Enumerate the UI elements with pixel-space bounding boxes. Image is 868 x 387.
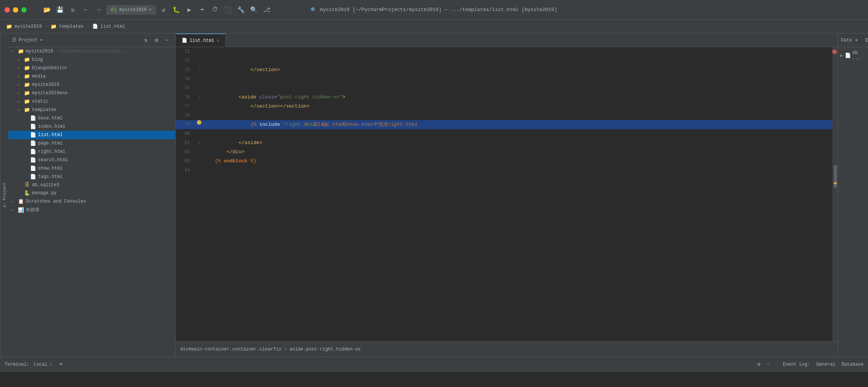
tree-item-manage-py[interactable]: 🐍 manage.py xyxy=(8,189,175,197)
tree-item-list-html[interactable]: 📄 list.html xyxy=(8,131,175,139)
folder-icon: 📁 xyxy=(6,24,12,30)
terminal-tab-label: Local xyxy=(34,362,48,367)
tree-item-mysite2019[interactable]: ▸ 📁 mysite2019 xyxy=(8,81,175,89)
tree-arrow-root: ▾ xyxy=(11,49,17,54)
code-line-74: 74 xyxy=(176,75,832,84)
manage-py-label: manage.py xyxy=(32,190,57,196)
minus-bottom-icon[interactable]: − xyxy=(767,362,769,367)
sidebar-header: ☰ Project ▾ ⇅ ⚙ − xyxy=(8,33,175,47)
close-button[interactable] xyxy=(5,7,10,13)
open-folder-icon[interactable]: 📂 xyxy=(42,5,52,15)
tags-html-label: tags.html xyxy=(38,174,63,179)
tree-item-mysite2019env[interactable]: ▸ 📁 mysite2019env xyxy=(8,89,175,97)
ms-label: mysite2019 xyxy=(32,82,59,87)
debug-icon[interactable]: 🐛 xyxy=(171,5,182,15)
sidebar: ☰ Project ▾ ⇅ ⚙ − ▾ 📁 mysite2019 ~/Pycha… xyxy=(8,33,176,357)
tree-item-external-libs[interactable]: ▸ 📊 外部库 xyxy=(8,206,175,214)
tree-item-blog[interactable]: ▸ 📁 blog xyxy=(8,56,175,64)
reload-icon[interactable]: ↺ xyxy=(158,5,169,15)
tree-item-base-html[interactable]: 📄 base.html xyxy=(8,114,175,122)
run-icon[interactable]: ▶ xyxy=(184,5,195,15)
forward-icon[interactable]: → xyxy=(93,5,104,15)
minimize-button[interactable] xyxy=(13,7,18,13)
sidebar-folder-icon: ☰ xyxy=(12,37,16,43)
settings-icon[interactable]: ⚙ xyxy=(152,36,161,44)
tree-item-right-html[interactable]: 📄 right.html xyxy=(8,148,175,156)
coverage-icon[interactable]: ☂ xyxy=(197,5,207,15)
tree-item-search-html[interactable]: 📄 search.html xyxy=(8,156,175,164)
code-line-81: 81 ⬦ </aside> xyxy=(176,138,832,148)
code-line-72: 72 xyxy=(176,56,832,65)
tree-item-templates[interactable]: ▾ 📁 templates xyxy=(8,106,175,114)
right-panel: Data + ⧉ ↺ ▶ 📄 db ... xyxy=(838,33,868,357)
event-log-general-tab[interactable]: General xyxy=(816,362,835,367)
save-icon[interactable]: 💾 xyxy=(55,5,65,15)
terminal-close-icon[interactable]: ✕ xyxy=(50,362,52,367)
tree-arrow-media: ▸ xyxy=(17,74,24,79)
scrollbar-thumb[interactable] xyxy=(834,165,837,188)
data-panel-title: Data xyxy=(841,38,852,43)
breadcrumb-folder[interactable]: templates xyxy=(59,24,84,29)
tree-arrow-static: ▸ xyxy=(17,99,24,104)
db-item[interactable]: ▶ 📄 db ... xyxy=(838,47,868,64)
code-line-75: 75 xyxy=(176,84,832,93)
settings-bottom-icon[interactable]: ⚙ xyxy=(758,362,760,367)
tree-item-show-html[interactable]: 📄 show.html xyxy=(8,164,175,173)
root-path: ~/PycharmProjects/mysite20... xyxy=(55,49,128,54)
breadcrumb-file[interactable]: list.html xyxy=(100,24,125,29)
tree-item-djangoueditor[interactable]: ▸ 📁 DjangoUeditor xyxy=(8,64,175,72)
event-log-label: Event Log: xyxy=(783,362,810,367)
collapse-all-icon[interactable]: ⇅ xyxy=(142,36,150,44)
file-icon: 📄 xyxy=(92,24,98,29)
db-sqlite3-label: db.sqlite3 xyxy=(32,182,59,188)
add-terminal-button[interactable]: + xyxy=(57,360,65,369)
tree-item-root[interactable]: ▾ 📁 mysite2019 ~/PycharmProjects/mysite2… xyxy=(8,47,175,56)
profile-icon[interactable]: ⏱ xyxy=(210,5,220,15)
terminal-local-tab[interactable]: Local ✕ xyxy=(34,362,52,367)
ext-libs-label: 外部库 xyxy=(26,207,40,213)
git-icon[interactable]: ⎇ xyxy=(261,5,272,15)
tree-item-tags-html[interactable]: 📄 tags.html xyxy=(8,173,175,181)
tab-list-html[interactable]: 📄 list.html ✕ xyxy=(176,33,226,47)
tab-close-icon[interactable]: ✕ xyxy=(217,38,219,43)
rp-copy-btn[interactable]: ⧉ xyxy=(863,36,868,45)
code-line-78: 78 xyxy=(176,111,832,120)
back-icon[interactable]: ← xyxy=(81,5,91,15)
media-folder-icon: 📁 xyxy=(24,73,30,79)
terminal-label: Terminal: xyxy=(5,362,29,367)
hide-sidebar-icon[interactable]: − xyxy=(163,36,171,44)
tree-item-media[interactable]: ▸ 📁 media xyxy=(8,72,175,81)
gutter-marker-76: ⬦ xyxy=(198,93,200,102)
tree-item-scratches[interactable]: ▸ 📋 Scratches and Consoles xyxy=(8,197,175,206)
code-line-83: 83 {% endblock %} xyxy=(176,157,832,166)
search-icon[interactable]: 🔍 xyxy=(249,5,259,15)
code-editor[interactable]: 71 72 73 ⬦ </section> xyxy=(176,47,832,341)
play-icon: ▶ xyxy=(840,52,843,59)
rp-add-btn[interactable]: + xyxy=(852,36,861,45)
wrench-icon[interactable]: 🔧 xyxy=(236,5,246,15)
manage-py-icon: 🐍 xyxy=(24,190,30,196)
right-panel-top-actions: + ⧉ ↺ xyxy=(852,36,868,45)
breadcrumb-project[interactable]: mysite2019 xyxy=(14,24,42,29)
bottom-right-actions: ⚙ − Event Log: General Database xyxy=(758,362,863,367)
tree-item-page-html[interactable]: 📄 page.html xyxy=(8,139,175,148)
tree-item-db-sqlite3[interactable]: 🗄 db.sqlite3 xyxy=(8,181,175,189)
tree-arrow-scratches: ▸ xyxy=(11,199,17,204)
sync-icon[interactable]: ↻ xyxy=(68,5,78,15)
django-icon: dj xyxy=(111,7,117,13)
tree-item-index-html[interactable]: 📄 index.html xyxy=(8,122,175,131)
gutter-marker-81: ⬦ xyxy=(198,138,200,148)
blog-label: blog xyxy=(32,57,43,62)
maximize-button[interactable] xyxy=(21,7,27,13)
tree-item-static[interactable]: ▸ 📁 static xyxy=(8,97,175,106)
base-html-icon: 📄 xyxy=(30,115,36,121)
list-html-icon: 📄 xyxy=(30,132,36,138)
tree-arrow-ms: ▸ xyxy=(17,82,24,87)
project-arrow: ▾ xyxy=(149,7,152,13)
traffic-lights xyxy=(5,7,27,13)
media-label: media xyxy=(32,74,46,79)
project-selector[interactable]: dj mysite2019 ▾ xyxy=(106,5,156,14)
event-log-database-tab[interactable]: Database xyxy=(841,362,863,367)
sidebar-dropdown-arrow[interactable]: ▾ xyxy=(40,37,43,43)
stop-icon[interactable]: ⬛ xyxy=(223,5,233,15)
